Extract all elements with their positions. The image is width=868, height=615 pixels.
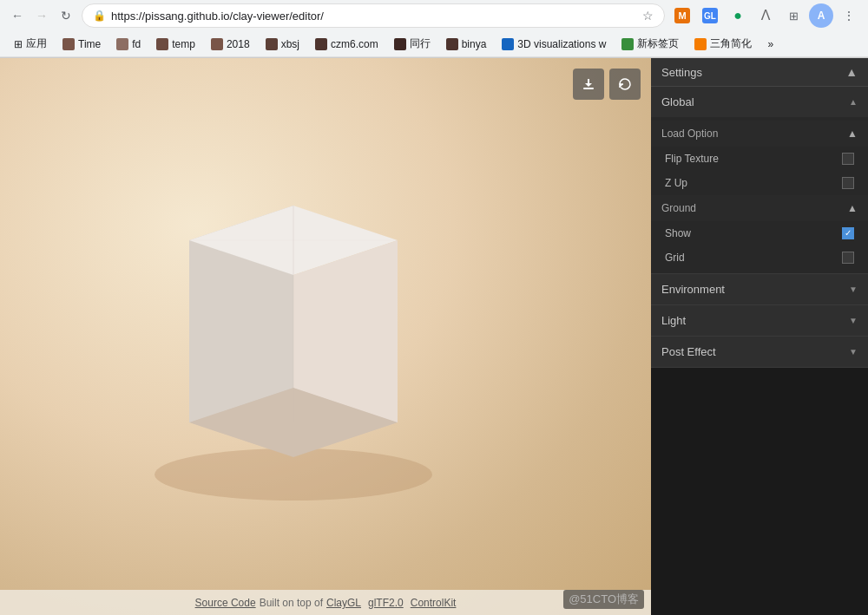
section-global-label: Global: [661, 95, 694, 108]
grid-checkbox[interactable]: [842, 252, 854, 264]
cube-container: [128, 154, 458, 521]
bookmark-label: 2018: [227, 38, 250, 50]
source-code-link[interactable]: Source Code: [195, 597, 256, 609]
ext2-button[interactable]: Λ: [753, 3, 778, 28]
bookmark-label: 应用: [26, 36, 47, 51]
nav-buttons: ← → ↻: [7, 5, 76, 26]
bookmark-label: 同行: [410, 36, 431, 51]
bookmark-tongxing[interactable]: 同行: [387, 34, 437, 54]
bookmark-label: xbsj: [281, 38, 299, 50]
bookmark-more[interactable]: »: [760, 36, 780, 53]
bookmark-favicon: [116, 38, 128, 50]
setting-flip-texture: Flip Texture: [651, 147, 868, 171]
bookmarks-bar: ⊞ 应用 Time fd temp 2018 xbsj czm6.com: [0, 31, 868, 57]
bookmark-triangle[interactable]: 三角简化: [687, 34, 759, 54]
bookmark-favicon: [694, 38, 707, 50]
bookmark-xbsj[interactable]: xbsj: [259, 36, 306, 53]
section-environment: Environment ▼: [651, 274, 868, 305]
ext3-button[interactable]: ⊞: [781, 3, 806, 28]
bookmark-time[interactable]: Time: [56, 36, 108, 53]
bookmark-fd[interactable]: fd: [109, 36, 148, 53]
section-light-arrow: ▼: [849, 316, 858, 325]
z-up-label: Z Up: [665, 177, 842, 189]
section-environment-header[interactable]: Environment ▼: [651, 274, 868, 304]
flip-texture-checkbox[interactable]: [842, 153, 854, 165]
reset-button[interactable]: [609, 69, 641, 100]
section-light-header[interactable]: Light ▼: [651, 305, 868, 336]
z-up-checkbox[interactable]: [842, 177, 854, 189]
section-environment-arrow: ▼: [849, 285, 858, 294]
section-global-header[interactable]: Global ▲: [651, 87, 868, 117]
show-checkbox[interactable]: [842, 227, 854, 239]
show-label: Show: [665, 227, 842, 239]
ext1-button[interactable]: ●: [726, 3, 750, 28]
claygl-link[interactable]: ClayGL: [326, 597, 361, 609]
download-button[interactable]: [573, 69, 604, 100]
gltf-link[interactable]: glTF2.0: [368, 597, 404, 609]
bookmark-apps[interactable]: ⊞ 应用: [7, 34, 54, 54]
subsection-ground-label: Ground: [661, 202, 696, 214]
bookmark-label: 3D visualizations w: [517, 38, 606, 50]
bookmark-label: binya: [462, 38, 487, 50]
section-global: Global ▲ Load Option ▲ Flip Texture Z Up: [651, 87, 868, 274]
viewport-footer: Source Code Built on top of ClayGL glTF2…: [0, 590, 651, 615]
setting-grid: Grid: [651, 245, 868, 270]
extensions-button[interactable]: M: [670, 3, 694, 28]
settings-collapse-button[interactable]: ▲: [845, 65, 858, 79]
svg-rect-2: [583, 88, 594, 89]
bookmark-label: 三角简化: [710, 36, 752, 51]
bookmark-label: czm6.com: [331, 38, 378, 50]
section-post-effect-header[interactable]: Post Effect ▼: [651, 337, 868, 367]
reload-button[interactable]: ↻: [56, 5, 76, 26]
bookmark-favicon: [621, 38, 634, 50]
profile-avatar[interactable]: A: [809, 3, 833, 28]
bookmark-czm6[interactable]: czm6.com: [308, 36, 385, 53]
subsection-load-option-header[interactable]: Load Option ▲: [651, 121, 868, 147]
cube-svg: [128, 154, 458, 518]
main-area: Source Code Built on top of ClayGL glTF2…: [0, 58, 868, 615]
apps-icon: ⊞: [14, 38, 23, 50]
subsection-load-option-arrow: ▲: [847, 128, 858, 140]
menu-button[interactable]: ⋮: [837, 3, 861, 28]
bookmark-favicon: [315, 38, 327, 50]
browser-actions: M GL ● Λ ⊞ A ⋮: [670, 3, 861, 28]
back-button[interactable]: ←: [7, 5, 28, 26]
flip-texture-label: Flip Texture: [665, 153, 842, 165]
bookmark-3d[interactable]: 3D visualizations w: [495, 36, 613, 53]
gl-button[interactable]: GL: [698, 3, 722, 28]
address-bar[interactable]: 🔒 https://pissang.github.io/clay-viewer/…: [82, 3, 665, 28]
bookmark-favicon: [156, 38, 168, 50]
setting-show: Show: [651, 221, 868, 245]
subsection-load-option-label: Load Option: [661, 128, 718, 140]
bookmark-label: »: [767, 38, 773, 50]
section-environment-label: Environment: [661, 283, 725, 296]
watermark: @51CTO博客: [563, 590, 644, 609]
subsection-ground-header[interactable]: Ground ▲: [651, 195, 868, 221]
settings-header: Settings ▲: [651, 58, 868, 87]
bookmark-label: temp: [172, 38, 195, 50]
viewport[interactable]: Source Code Built on top of ClayGL glTF2…: [0, 58, 651, 615]
bookmark-newtab[interactable]: 新标签页: [615, 34, 686, 54]
section-post-effect-arrow: ▼: [849, 347, 858, 357]
built-text: Built on top of: [260, 597, 323, 609]
settings-title: Settings: [661, 66, 702, 79]
section-light-label: Light: [661, 314, 686, 327]
bookmark-label: Time: [78, 38, 101, 50]
forward-button[interactable]: →: [31, 5, 52, 26]
section-post-effect-label: Post Effect: [661, 345, 716, 358]
controlkit-link[interactable]: ControlKit: [411, 597, 457, 609]
bookmark-favicon: [502, 38, 514, 50]
bookmark-2018[interactable]: 2018: [204, 36, 257, 53]
section-global-content: Load Option ▲ Flip Texture Z Up Ground ▲: [651, 117, 868, 273]
bookmark-binya[interactable]: binya: [439, 36, 494, 53]
bookmark-favicon: [394, 38, 406, 50]
viewport-toolbar: [573, 69, 641, 100]
bookmark-favicon: [446, 38, 458, 50]
grid-label: Grid: [665, 252, 842, 264]
setting-z-up: Z Up: [651, 171, 868, 195]
lock-icon: 🔒: [93, 10, 106, 22]
bookmark-favicon: [211, 38, 223, 50]
section-global-arrow: ▲: [849, 97, 858, 107]
bookmark-label: fd: [132, 38, 141, 50]
bookmark-temp[interactable]: temp: [149, 36, 202, 53]
